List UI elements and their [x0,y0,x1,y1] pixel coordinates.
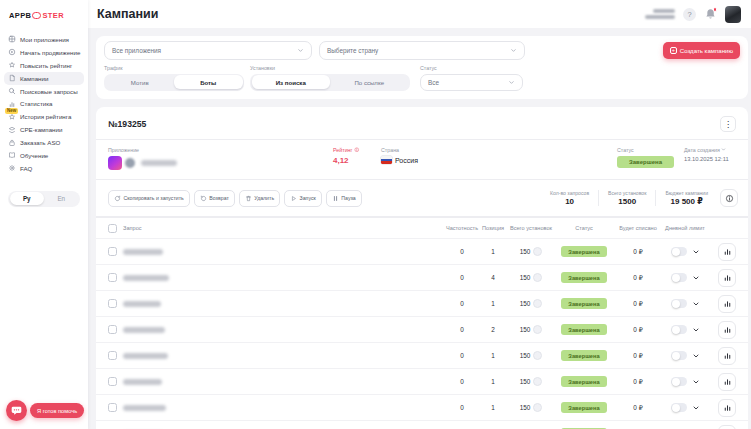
application-label: Приложение [108,147,333,153]
sidebar-item-label: Мои приложения [20,36,69,43]
sidebar-item[interactable]: Заказать ASO [4,136,84,149]
query-text-blurred [123,275,169,281]
sidebar-item-label: Кампании [20,75,48,82]
daily-limit-toggle[interactable] [671,247,687,257]
user-avatar[interactable] [725,6,741,23]
row-expand-chevron-icon[interactable] [692,404,700,412]
row-chart-icon[interactable] [718,321,736,339]
sidebar-item[interactable]: FAQ [4,162,84,175]
row-checkbox[interactable] [108,403,117,412]
promote-icon [8,48,16,56]
daily-limit-toggle[interactable] [671,403,687,413]
create-campaign-button[interactable]: + Создать кампанию [663,42,740,59]
delete-button[interactable]: Удалить [239,190,280,207]
select-all-checkbox[interactable] [108,224,117,233]
row-expand-chevron-icon[interactable] [692,300,700,308]
kebab-menu-icon[interactable]: ⋮ [720,116,736,132]
language-option-en[interactable]: En [44,192,79,205]
stat-queries: Кол-во запросов 10 [541,190,598,207]
sidebar-item[interactable]: Повысить рейтинг [4,59,84,72]
installs-option-link[interactable]: По ссылке [330,75,409,89]
campaign-card: №193255 ⋮ Приложение [96,107,748,429]
apps-icon [8,35,16,43]
row-checkbox[interactable] [108,377,117,386]
row-chart-icon[interactable] [718,399,736,417]
info-icon[interactable] [720,189,738,207]
row-chart-icon[interactable] [718,347,736,365]
daily-limit-toggle[interactable] [671,325,687,335]
sidebar-item[interactable]: Мои приложения [4,33,84,46]
row-expand-chevron-icon[interactable] [692,352,700,360]
launch-button[interactable]: Запуск [284,190,322,207]
sort-chevron-icon[interactable] [721,147,726,152]
row-expand-chevron-icon[interactable] [692,378,700,386]
account-info-blurred [645,9,675,19]
traffic-option-motiv[interactable]: Мотив [106,75,175,89]
daily-limit-toggle[interactable] [671,273,687,283]
app-filter-select[interactable]: Все приложения [104,41,312,60]
daily-limit-toggle[interactable] [671,377,687,387]
column-query: Запрос [123,225,142,231]
logo-text-suffix: STER [42,11,64,20]
installs-value: 150 [520,326,531,333]
column-daily-limit: Дневной лимит [664,225,706,231]
sidebar-item-label: CPE-кампании [20,126,62,133]
charge-value: 0 ₽ [612,274,664,282]
help-button[interactable]: Я готов помочь [30,403,84,418]
row-chart-icon[interactable] [718,373,736,391]
notifications-bell-icon[interactable] [704,7,717,21]
frequency-value: 0 [444,404,480,411]
progress-ring-icon [533,273,542,282]
pause-button[interactable]: Пауза [326,190,362,207]
row-expand-chevron-icon[interactable] [692,274,700,282]
row-status-badge: Завершена [561,272,606,283]
row-checkbox[interactable] [108,325,117,334]
daily-limit-toggle[interactable] [671,299,687,309]
row-chart-icon[interactable] [718,243,736,261]
sidebar-item-label: Начать продвижение [20,49,80,56]
campaigns-icon [8,74,16,82]
charge-value: 0 ₽ [612,352,664,360]
sidebar-item[interactable]: New История рейтинга [4,110,84,123]
row-chart-icon[interactable] [718,425,736,429]
row-checkbox[interactable] [108,273,117,282]
row-checkbox[interactable] [108,351,117,360]
sidebar-item[interactable]: Обучение [4,149,84,162]
copy-and-launch-button[interactable]: Скопировать и запустить [108,190,190,207]
query-text-blurred [123,301,161,307]
sidebar-item-label: Статистика [20,100,53,107]
refund-button[interactable]: Возврат [194,190,235,207]
app-store-icon-blurred [125,158,135,168]
status-filter-select[interactable]: Все [420,74,523,91]
row-expand-chevron-icon[interactable] [692,248,700,256]
content: Все приложения Выберите страну + Создать… [88,28,751,429]
sidebar-item[interactable]: CPE-кампании [4,123,84,136]
search-icon [8,87,16,95]
traffic-option-bots[interactable]: Боты [174,75,243,89]
info-icon [354,147,360,153]
row-checkbox[interactable] [108,247,117,256]
row-chart-icon[interactable] [718,269,736,287]
sidebar-item[interactable]: Поисковые запросы [4,85,84,98]
sidebar: APPB STER Мои приложения Начать продвиже… [0,0,88,429]
charge-value: 0 ₽ [612,326,664,334]
row-expand-chevron-icon[interactable] [692,326,700,334]
position-value: 1 [480,378,506,385]
installs-value: 150 [520,300,531,307]
language-option-ru[interactable]: Ру [10,192,45,205]
sidebar-item[interactable]: Начать продвижение [4,46,84,59]
row-checkbox[interactable] [108,299,117,308]
row-status-badge: Завершена [561,246,606,257]
traffic-segmented-control: Мотив Боты [104,74,244,91]
chat-bubble-icon[interactable] [6,400,27,421]
sidebar-item[interactable]: Кампании [4,72,84,85]
main-area: Кампании ? Все приложения [88,0,751,429]
daily-limit-toggle[interactable] [671,351,687,361]
chevron-down-icon [510,47,517,54]
row-chart-icon[interactable] [718,295,736,313]
star-icon [8,61,16,69]
help-question-icon[interactable]: ? [683,8,696,21]
country-filter-select[interactable]: Выберите страну [319,41,525,60]
appbooster-logo[interactable]: APPB STER [0,0,88,29]
installs-option-search[interactable]: Из поиска [252,75,331,89]
